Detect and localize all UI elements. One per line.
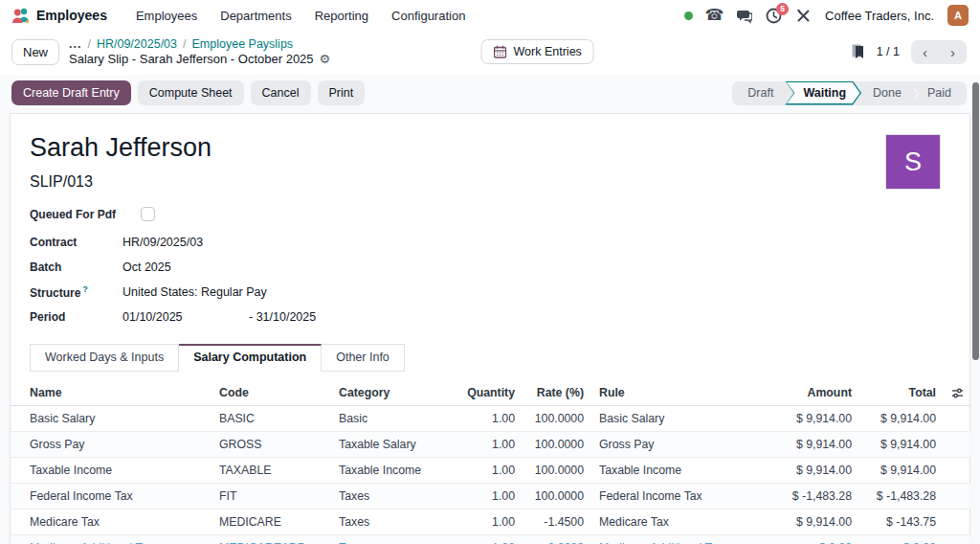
pager-count: 1 / 1 <box>877 45 900 58</box>
structure-value[interactable]: United States: Regular Pay <box>122 285 267 299</box>
col-header-quantity[interactable]: Quantity <box>457 380 523 406</box>
pager: ‹ › <box>911 40 967 64</box>
col-header-rate[interactable]: Rate (%) <box>523 380 591 406</box>
queued-for-pdf-label: Queued For Pdf <box>30 208 116 221</box>
period-label: Period <box>30 310 122 324</box>
col-header-total[interactable]: Total <box>859 380 944 406</box>
pager-previous-button[interactable]: ‹ <box>911 40 939 64</box>
tab-salary-computation[interactable]: Salary Computation <box>179 344 322 372</box>
control-panel: New ... / HR/09/2025/03 / Employee Paysl… <box>0 31 980 75</box>
notebook-tabs: Worked Days & Inputs Salary Computation … <box>30 344 969 372</box>
contract-label: Contract <box>30 236 122 249</box>
employee-name[interactable]: Sarah Jefferson <box>11 133 969 163</box>
breadcrumb-payslips-link[interactable]: Employee Payslips <box>192 37 294 51</box>
status-draft[interactable]: Draft <box>736 81 785 105</box>
table-header-row: Name Code Category Quantity Rate (%) Rul… <box>11 380 970 406</box>
work-entries-label: Work Entries <box>514 45 582 58</box>
table-row[interactable]: Basic SalaryBASICBasic 1.00100.0000 Basi… <box>11 406 970 432</box>
cancel-button[interactable]: Cancel <box>251 80 311 105</box>
status-paid[interactable]: Paid <box>916 81 963 105</box>
main-menu: Employees Departments Reporting Configur… <box>126 5 475 27</box>
col-header-code[interactable]: Code <box>212 380 331 406</box>
user-avatar[interactable]: A <box>947 5 969 26</box>
softphone-icon[interactable]: ☎ <box>706 8 723 24</box>
status-waiting-label: Waiting <box>785 81 861 105</box>
new-button[interactable]: New <box>11 39 59 65</box>
status-waiting-active[interactable]: Waiting <box>785 81 861 105</box>
top-navbar: Employees Employees Departments Reportin… <box>0 0 980 31</box>
col-header-amount[interactable]: Amount <box>745 380 859 406</box>
compute-sheet-button[interactable]: Compute Sheet <box>138 80 244 105</box>
period-end-value[interactable]: - 31/10/2025 <box>249 310 316 324</box>
employees-app-icon[interactable] <box>11 7 31 24</box>
breadcrumb: ... / HR/09/2025/03 / Employee Payslips … <box>69 37 330 66</box>
status-pipeline: Draft Waiting Done Paid <box>732 81 967 105</box>
breadcrumb-current: Salary Slip - Sarah Jefferson - October … <box>69 52 314 66</box>
tab-other-info[interactable]: Other Info <box>322 344 405 372</box>
queued-for-pdf-checkbox[interactable] <box>141 207 155 221</box>
create-draft-entry-button[interactable]: Create Draft Entry <box>11 80 131 105</box>
period-start-value[interactable]: 01/10/2025 <box>122 310 249 324</box>
action-bar: Create Draft Entry Compute Sheet Cancel … <box>0 75 980 113</box>
pager-next-button[interactable]: › <box>939 40 967 64</box>
status-done[interactable]: Done <box>861 81 913 105</box>
bookmark-icon[interactable] <box>851 44 865 59</box>
online-status-dot <box>684 11 693 20</box>
batch-label: Batch <box>30 261 122 274</box>
calendar-icon <box>494 45 507 58</box>
employee-avatar[interactable]: S <box>885 134 941 190</box>
app-name[interactable]: Employees <box>36 8 107 23</box>
breadcrumb-contract-link[interactable]: HR/09/2025/03 <box>97 37 177 51</box>
payslip-reference[interactable]: SLIP/013 <box>11 173 969 191</box>
settings-gear-icon[interactable]: ⚙ <box>320 53 331 65</box>
field-group: Contract HR/09/2025/03 Batch Oct 2025 St… <box>11 230 969 329</box>
structure-label: Structure? <box>30 284 122 300</box>
tools-icon[interactable] <box>795 8 812 24</box>
col-header-category[interactable]: Category <box>331 380 457 406</box>
adjust-columns-icon[interactable] <box>951 387 964 399</box>
menu-employees[interactable]: Employees <box>126 5 207 27</box>
table-row[interactable]: Gross PayGROSSTaxable Salary 1.00100.000… <box>11 432 970 458</box>
col-header-name[interactable]: Name <box>11 380 212 406</box>
work-entries-button[interactable]: Work Entries <box>481 39 594 64</box>
breadcrumb-ellipsis[interactable]: ... <box>69 37 81 51</box>
activity-count-badge: 5 <box>776 3 789 15</box>
vertical-scrollbar[interactable] <box>972 82 979 360</box>
salary-computation-table: Name Code Category Quantity Rate (%) Rul… <box>11 380 970 544</box>
tab-worked-days-inputs[interactable]: Worked Days & Inputs <box>30 344 179 372</box>
structure-help-icon[interactable]: ? <box>82 284 88 294</box>
company-switcher[interactable]: Coffee Traders, Inc. <box>825 9 934 23</box>
col-header-rule[interactable]: Rule <box>591 380 745 406</box>
form-sheet: S Sarah Jefferson SLIP/013 Queued For Pd… <box>10 113 970 544</box>
table-row[interactable]: Federal Income TaxFITTaxes 1.00100.0000 … <box>11 484 970 510</box>
messages-icon[interactable] <box>736 8 752 24</box>
table-row-muted[interactable]: Medicare Additional TaxMEDICAREADDTaxes … <box>11 535 970 544</box>
table-row[interactable]: Medicare TaxMEDICARETaxes 1.00-1.4500 Me… <box>11 510 970 535</box>
print-button[interactable]: Print <box>318 80 366 105</box>
menu-configuration[interactable]: Configuration <box>382 5 475 27</box>
menu-departments[interactable]: Departments <box>211 5 301 27</box>
activities-icon[interactable]: 5 <box>766 8 782 24</box>
menu-reporting[interactable]: Reporting <box>305 5 378 27</box>
breadcrumb-separator: / <box>87 37 90 51</box>
contract-value[interactable]: HR/09/2025/03 <box>122 236 203 249</box>
breadcrumb-separator: / <box>183 37 186 51</box>
batch-value[interactable]: Oct 2025 <box>122 261 171 274</box>
table-row[interactable]: Taxable IncomeTAXABLETaxable Income 1.00… <box>11 458 970 484</box>
